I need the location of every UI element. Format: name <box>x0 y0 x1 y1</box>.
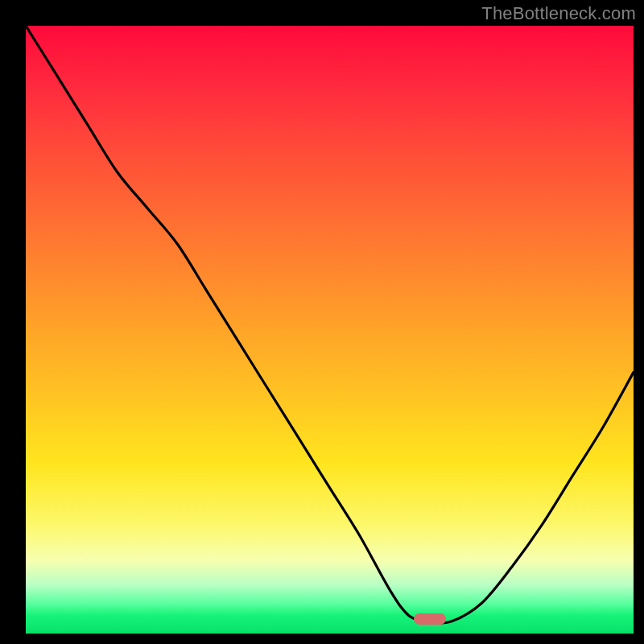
chart-frame: TheBottleneck.com <box>0 0 644 644</box>
optimal-marker <box>414 613 446 625</box>
watermark-text: TheBottleneck.com <box>481 3 636 24</box>
plot-area <box>26 26 634 634</box>
bottleneck-curve <box>26 26 634 634</box>
